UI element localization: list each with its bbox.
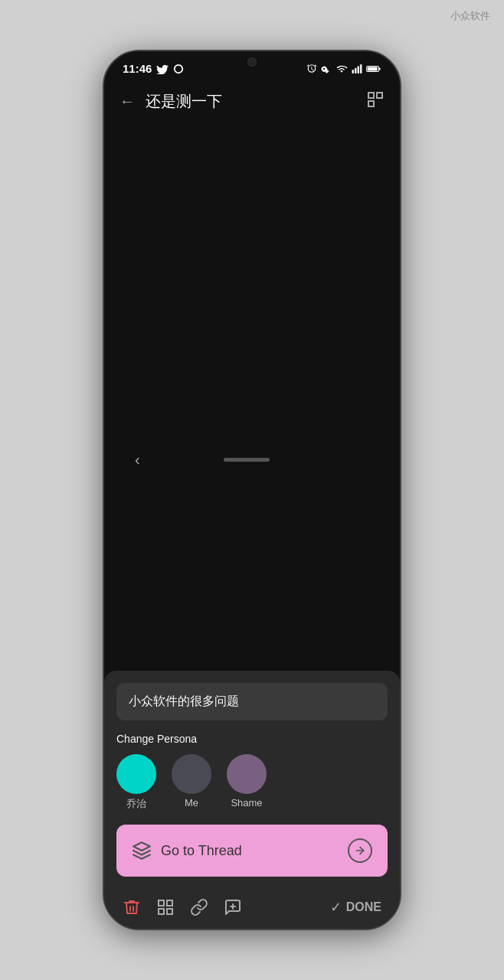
arrow-right-icon <box>354 844 366 857</box>
change-persona-label: Change Persona <box>116 733 388 745</box>
signal-icon <box>352 64 362 74</box>
add-comment-icon[interactable] <box>224 898 242 916</box>
svg-rect-8 <box>368 93 374 98</box>
arrow-circle-icon <box>348 838 372 863</box>
persona-name-me: Me <box>185 797 198 808</box>
status-time: 11:46 <box>123 62 152 75</box>
status-left: 11:46 <box>123 62 184 75</box>
bottom-panel: 小众软件的很多问题 Change Persona 乔治 Me <box>104 671 400 929</box>
key-icon <box>321 64 332 74</box>
text-input-value: 小众软件的很多问题 <box>129 694 239 707</box>
app-bar-right-icon[interactable] <box>366 90 385 113</box>
svg-rect-10 <box>368 101 374 106</box>
layers-icon <box>132 841 152 861</box>
persona-item-me[interactable]: Me <box>172 754 211 808</box>
svg-rect-3 <box>358 66 359 73</box>
svg-rect-13 <box>159 900 164 906</box>
alarm-icon <box>306 64 317 74</box>
trash-icon[interactable] <box>123 898 141 916</box>
circle-icon <box>173 64 184 74</box>
svg-rect-16 <box>167 909 172 914</box>
svg-rect-1 <box>352 70 354 74</box>
phone-frame: 11:46 <box>103 50 401 930</box>
grid-view-icon <box>366 90 385 109</box>
toolbar-right: ✓ DONE <box>330 899 381 916</box>
change-persona-section: Change Persona 乔治 Me Shame <box>116 733 388 811</box>
nav-bar: ‹ <box>104 443 400 484</box>
app-title: 还是测一下 <box>146 91 222 112</box>
persona-list: 乔治 Me Shame <box>116 754 388 811</box>
check-icon: ✓ <box>330 899 342 916</box>
twitter-icon <box>156 64 169 74</box>
link-icon[interactable] <box>190 898 208 916</box>
camera <box>247 57 257 67</box>
svg-point-0 <box>175 64 183 73</box>
persona-item-qiaozhi[interactable]: 乔治 <box>116 754 156 811</box>
bottom-toolbar: ✓ DONE <box>116 889 388 929</box>
back-button[interactable]: ← <box>119 93 135 110</box>
svg-rect-2 <box>355 67 356 73</box>
go-to-thread-button[interactable]: Go to Thread <box>116 825 388 877</box>
svg-rect-4 <box>360 64 362 74</box>
svg-rect-9 <box>377 93 382 98</box>
persona-avatar-mauve <box>227 754 267 794</box>
persona-avatar-dark <box>172 754 211 794</box>
watermark-label: 小众软件 <box>450 9 490 23</box>
persona-name-shame: Shame <box>231 797 262 808</box>
svg-rect-6 <box>368 67 378 70</box>
text-input-field[interactable]: 小众软件的很多问题 <box>116 683 388 720</box>
grid-icon[interactable] <box>156 898 175 916</box>
svg-marker-11 <box>133 842 150 851</box>
wifi-icon <box>335 64 348 74</box>
toolbar-left <box>123 898 242 916</box>
content-area <box>104 122 400 443</box>
nav-home-pill[interactable] <box>224 458 270 462</box>
done-button[interactable]: DONE <box>346 900 381 914</box>
persona-avatar-cyan <box>116 754 156 794</box>
persona-item-shame[interactable]: Shame <box>227 754 267 808</box>
page-wrapper: 小众软件 11:46 <box>0 0 504 980</box>
persona-name-qiaozhi: 乔治 <box>126 797 146 811</box>
status-left-icons <box>156 64 184 74</box>
svg-rect-7 <box>378 67 380 70</box>
go-to-thread-label: Go to Thread <box>161 843 242 859</box>
app-bar: ← 还是测一下 <box>104 81 400 122</box>
app-bar-left: ← 还是测一下 <box>119 91 222 112</box>
battery-icon <box>366 64 381 74</box>
go-to-thread-left: Go to Thread <box>132 841 242 861</box>
nav-back-button[interactable]: ‹ <box>135 451 140 469</box>
svg-rect-14 <box>167 900 172 906</box>
status-right <box>306 64 381 74</box>
svg-rect-15 <box>159 909 164 914</box>
notch <box>218 51 286 73</box>
